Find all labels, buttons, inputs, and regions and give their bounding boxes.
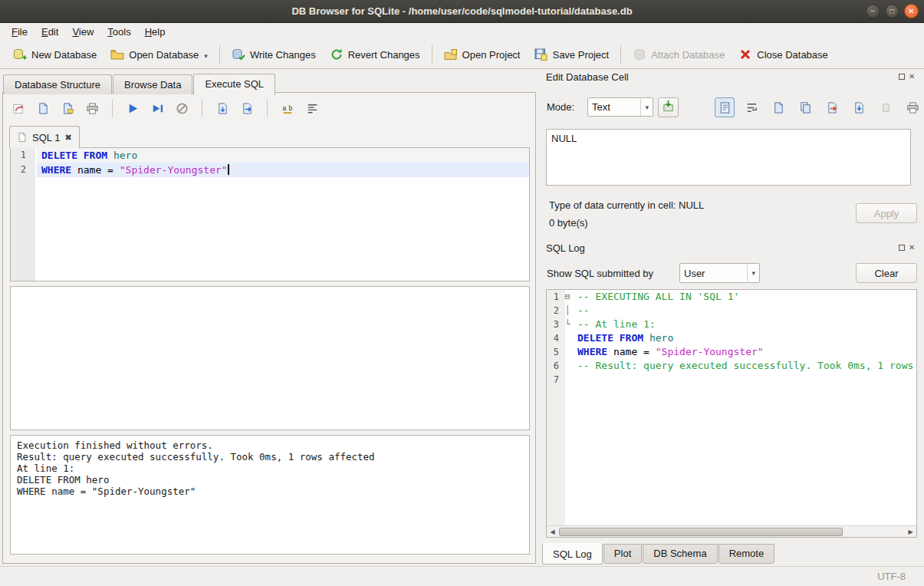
execute-line-button[interactable] (148, 99, 166, 117)
dock-tab-remote[interactable]: Remote (718, 544, 775, 564)
menu-help[interactable]: Help (138, 24, 173, 40)
text-mode-button[interactable] (715, 97, 735, 117)
attach-database-icon (633, 48, 646, 61)
tab-browse-data[interactable]: Browse Data (113, 74, 192, 94)
fold-marker-icon[interactable]: ⊟ (562, 290, 573, 304)
log-line: DELETE FROM hero (17, 474, 523, 486)
sql1-tab-label: SQL 1 (32, 132, 60, 143)
sql1-tab[interactable]: SQL 1 ✖ (9, 126, 80, 148)
close-database-label: Close Database (757, 49, 828, 61)
close-database-icon (738, 48, 752, 61)
chevron-down-icon: ▾ (640, 99, 649, 116)
close-panel-icon[interactable]: ✕ (909, 73, 915, 81)
save-project-button[interactable]: Save Project (527, 44, 616, 65)
mode-label: Mode: (547, 101, 574, 113)
save-cell-icon (853, 101, 866, 114)
new-database-button[interactable]: New Database (6, 44, 104, 65)
scroll-right-icon[interactable]: ▶ (905, 526, 916, 538)
dock-tab-db-schema[interactable]: DB Schema (643, 544, 717, 564)
clear-log-button[interactable]: Clear (856, 263, 917, 283)
edit-cell-title: Edit Database Cell (546, 71, 629, 83)
close-panel-icon[interactable]: ✕ (909, 244, 915, 252)
save-results-button[interactable] (213, 99, 232, 117)
float-panel-icon[interactable] (899, 74, 905, 80)
encoding-indicator[interactable]: UTF-8 (877, 571, 906, 582)
menu-view[interactable]: View (65, 24, 100, 40)
open-sql-file-icon (12, 102, 25, 115)
float-panel-icon[interactable] (899, 245, 905, 251)
dock-tab-sql-log[interactable]: SQL Log (542, 543, 603, 565)
sql-log-hscrollbar[interactable]: ◀ ▶ (547, 525, 916, 537)
export-results-button[interactable] (238, 99, 256, 117)
import-text-button[interactable] (768, 97, 788, 117)
log-line: WHERE name = "Spider-Youngster" (17, 486, 523, 497)
sql-editor-toolbar: ab (9, 98, 321, 118)
scroll-left-icon[interactable]: ◀ (547, 526, 558, 538)
close-button[interactable]: ✕ (904, 4, 919, 18)
sql-log-filter-combo[interactable]: User ▾ (679, 263, 760, 283)
revert-changes-label: Revert Changes (348, 49, 420, 61)
export-cell-button[interactable] (822, 97, 842, 117)
word-wrap-button[interactable] (742, 97, 761, 117)
tab-database-structure[interactable]: Database Structure (3, 74, 112, 94)
open-sql-file-button[interactable] (9, 99, 28, 117)
db-browser-window: DB Browser for SQLite - /home/user/code/… (0, 0, 924, 586)
window-title: DB Browser for SQLite - /home/user/code/… (291, 5, 632, 17)
maximize-button[interactable]: □ (885, 4, 899, 18)
open-database-dropdown-icon[interactable]: ▾ (204, 52, 208, 61)
cell-editor-toolbar (715, 97, 922, 117)
log-line: Execution finished without errors. (17, 440, 523, 451)
stop-icon (176, 102, 189, 115)
fold-guide (31, 163, 37, 177)
menubar: File Edit View Tools Help (0, 23, 924, 41)
clear-cell-icon (880, 101, 893, 114)
dock-tab-plot[interactable]: Plot (603, 544, 642, 564)
mode-combo[interactable]: Text ▾ (587, 97, 653, 117)
execute-all-button[interactable] (123, 99, 142, 117)
sql-log-filter-label: Show SQL submitted by (547, 268, 653, 279)
menu-edit[interactable]: Edit (35, 24, 65, 40)
code-text: DELETE FROM hero (573, 331, 916, 345)
code-text: -- Result: query executed successfully. … (573, 359, 916, 373)
cell-size-info: 0 byte(s) (549, 217, 588, 229)
svg-text:a: a (282, 104, 286, 112)
line-number: 7 (547, 373, 562, 387)
revert-changes-icon (330, 48, 344, 61)
print-sql-button[interactable] (83, 99, 101, 117)
sql1-tab-close-icon[interactable]: ✖ (64, 133, 71, 143)
titlebar[interactable]: DB Browser for SQLite - /home/user/code/… (0, 0, 924, 23)
open-project-label: Open Project (462, 49, 521, 61)
open-project-button[interactable]: Open Project (437, 44, 528, 65)
open-database-button[interactable]: Open Database ▾ (104, 44, 215, 65)
sql-editor[interactable]: 1DELETE FROM hero2WHERE name = "Spider-Y… (10, 147, 530, 281)
save-sql-button[interactable] (58, 99, 77, 117)
close-database-button[interactable]: Close Database (732, 44, 835, 65)
toolbar-separator (432, 45, 432, 64)
open-sql-button[interactable] (34, 99, 52, 117)
execute-all-icon (127, 102, 140, 115)
print-cell-button[interactable] (903, 97, 922, 117)
format-sql-icon (306, 102, 319, 115)
execution-log: Execution finished without errors.Result… (10, 435, 530, 555)
open-database-label: Open Database (129, 49, 199, 61)
save-cell-button[interactable] (849, 97, 869, 117)
line-number: 4 (547, 331, 562, 345)
write-changes-button[interactable]: Write Changes (225, 44, 323, 65)
code-text: -- (573, 304, 916, 318)
copy-cell-button[interactable] (795, 97, 815, 117)
find-replace-button[interactable]: ab (278, 99, 297, 117)
line-number: 6 (547, 359, 562, 373)
code-line: 6-- Result: query executed successfully.… (547, 359, 916, 373)
menu-tools[interactable]: Tools (100, 24, 137, 40)
scrollbar-thumb[interactable] (559, 528, 843, 536)
clear-cell-button (876, 97, 896, 117)
tab-execute-sql[interactable]: Execute SQL (193, 74, 275, 95)
minimize-button[interactable]: − (866, 4, 880, 18)
sql-log-view[interactable]: 1⊟-- EXECUTING ALL IN 'SQL 1'2│--3└-- At… (546, 289, 917, 538)
revert-changes-button[interactable]: Revert Changes (323, 44, 427, 65)
import-cell-button[interactable] (658, 97, 679, 117)
attach-database-label: Attach Database (651, 49, 725, 61)
menu-file[interactable]: File (5, 24, 35, 40)
format-sql-button[interactable] (303, 99, 321, 117)
cell-editor[interactable]: NULL (546, 129, 911, 186)
